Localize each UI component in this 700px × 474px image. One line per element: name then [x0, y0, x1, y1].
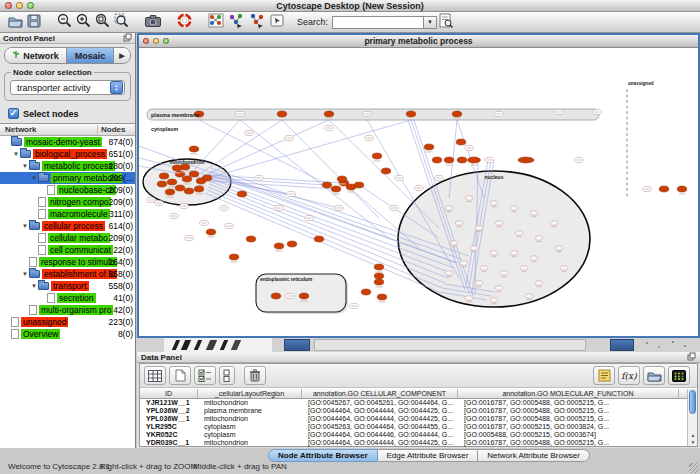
select-attributes-button[interactable]: [144, 366, 166, 385]
network-node[interactable]: [274, 243, 284, 249]
network-canvas[interactable]: plasma membranecytoplasmmitochondrionnuc…: [139, 48, 698, 336]
network-node[interactable]: [206, 229, 216, 235]
network-node[interactable]: [470, 246, 478, 251]
network-node[interactable]: [457, 157, 467, 163]
search-input[interactable]: [332, 16, 424, 29]
tree-row[interactable]: Overview8(0): [0, 328, 135, 340]
table-row[interactable]: YPL036W__1mitochondrion[GO:0044464, GO:0…: [140, 415, 697, 423]
tree-row[interactable]: ▼biological_process651(0): [0, 148, 135, 160]
network-node[interactable]: [374, 264, 384, 270]
tree-row[interactable]: unassigned223(0): [0, 316, 135, 328]
network-node[interactable]: [510, 206, 518, 211]
network-node[interactable]: [555, 246, 563, 251]
network-node[interactable]: [518, 157, 534, 163]
network-node[interactable]: [495, 221, 503, 226]
network-node[interactable]: [374, 273, 384, 279]
network-node[interactable]: [322, 182, 332, 188]
tree-row[interactable]: ▼metabolic process280(0): [0, 160, 135, 172]
network-node[interactable]: [490, 298, 498, 303]
open-file-button[interactable]: [6, 13, 25, 32]
network-node[interactable]: [445, 206, 453, 211]
save-button[interactable]: [25, 13, 43, 32]
network-node[interactable]: [465, 296, 473, 301]
import-attributes-button[interactable]: [643, 366, 665, 385]
expand-arrow-icon[interactable]: ▼: [12, 151, 20, 157]
enhanced-search-button[interactable]: [437, 13, 455, 32]
network-node[interactable]: [189, 146, 199, 152]
zoom-fit-button[interactable]: [93, 13, 112, 32]
scrollbar-arrows[interactable]: ▲▼: [688, 432, 698, 446]
column-header[interactable]: annotation.GO MOLECULAR_FUNCTION: [458, 389, 679, 398]
network-node[interactable]: [165, 189, 175, 195]
table-scrollbar[interactable]: ▲▼: [687, 389, 697, 446]
network-node[interactable]: [452, 111, 462, 117]
network-node[interactable]: [172, 165, 182, 171]
column-header[interactable]: ID: [140, 389, 198, 398]
expand-arrow-icon[interactable]: ▼: [21, 163, 29, 169]
network-node[interactable]: [456, 139, 466, 145]
network-node[interactable]: [377, 294, 387, 300]
network-node[interactable]: [271, 293, 281, 299]
tree-row[interactable]: nitrogen compo209(0): [0, 196, 135, 208]
tree-row[interactable]: ▼cellular process614(0): [0, 220, 135, 232]
network-node[interactable]: [202, 175, 212, 181]
expand-arrow-icon[interactable]: ▼: [21, 223, 29, 229]
column-header[interactable]: _cellularLayoutRegion: [198, 389, 302, 398]
network-node[interactable]: [490, 251, 498, 256]
network-node[interactable]: [229, 254, 239, 260]
network-node[interactable]: [510, 251, 518, 256]
network-node[interactable]: [314, 236, 324, 242]
attribute-matrix-button[interactable]: [668, 366, 690, 385]
float-panel-icon[interactable]: [123, 33, 132, 44]
network-node[interactable]: [480, 266, 488, 271]
expand-arrow-icon[interactable]: ▼: [30, 175, 38, 181]
column-header[interactable]: annotation.GO CELLULAR_COMPONENT: [302, 389, 458, 398]
network-node[interactable]: [520, 266, 528, 271]
create-attribute-button[interactable]: [169, 366, 191, 385]
tree-row[interactable]: multi-organism pro42(0): [0, 304, 135, 316]
network-node[interactable]: [468, 157, 481, 163]
network-node[interactable]: [189, 171, 199, 177]
tab-network-attribute-browser[interactable]: Network Attribute Browser: [478, 449, 589, 462]
network-node[interactable]: [167, 179, 177, 185]
tree-row[interactable]: cell communicat22(0): [0, 244, 135, 256]
delete-attribute-button[interactable]: [244, 366, 266, 385]
network-node[interactable]: [182, 176, 192, 182]
filter-button[interactable]: [247, 13, 268, 32]
float-panel-icon[interactable]: [687, 352, 696, 363]
network-node[interactable]: [659, 186, 669, 192]
zoom-selected-button[interactable]: [112, 13, 131, 32]
network-node[interactable]: [406, 111, 416, 117]
network-node[interactable]: [495, 286, 503, 291]
network-node[interactable]: [184, 188, 194, 194]
vizmapper-button[interactable]: [226, 13, 247, 32]
zoom-out-button[interactable]: [55, 13, 74, 32]
network-node[interactable]: [372, 153, 382, 159]
network-node[interactable]: [525, 294, 533, 299]
unselect-attributes-button[interactable]: [219, 366, 235, 385]
network-node[interactable]: [550, 221, 558, 226]
network-node[interactable]: [299, 293, 309, 299]
tree-row[interactable]: secretion41(0): [0, 292, 135, 304]
table-row[interactable]: YKR052Ccytoplasm[GO:0044464, GO:0044446,…: [140, 431, 697, 439]
network-node[interactable]: [445, 271, 453, 276]
tab-network[interactable]: Network: [5, 48, 67, 63]
tab-mosaic[interactable]: Mosaic: [67, 48, 114, 63]
network-node[interactable]: [490, 201, 498, 206]
network-node[interactable]: [515, 231, 523, 236]
network-node[interactable]: [530, 211, 538, 216]
network-node[interactable]: [460, 261, 468, 266]
tab-edge-attribute-browser[interactable]: Edge Attribute Browser: [378, 449, 479, 462]
network-node[interactable]: [677, 186, 687, 192]
expand-arrow-icon[interactable]: ▼: [21, 271, 29, 277]
network-node[interactable]: [560, 266, 568, 271]
network-node[interactable]: [381, 168, 391, 174]
network-node[interactable]: [475, 226, 483, 231]
network-node[interactable]: [157, 181, 167, 187]
expand-arrow-icon[interactable]: ▼: [30, 283, 38, 289]
network-node[interactable]: [175, 185, 185, 191]
zoom-in-button[interactable]: [74, 13, 93, 32]
network-node[interactable]: [337, 176, 347, 182]
table-row[interactable]: YLR295Ccytoplasm[GO:0045263, GO:0044464,…: [140, 423, 697, 431]
tree-row[interactable]: response to stimulu264(0): [0, 256, 135, 268]
